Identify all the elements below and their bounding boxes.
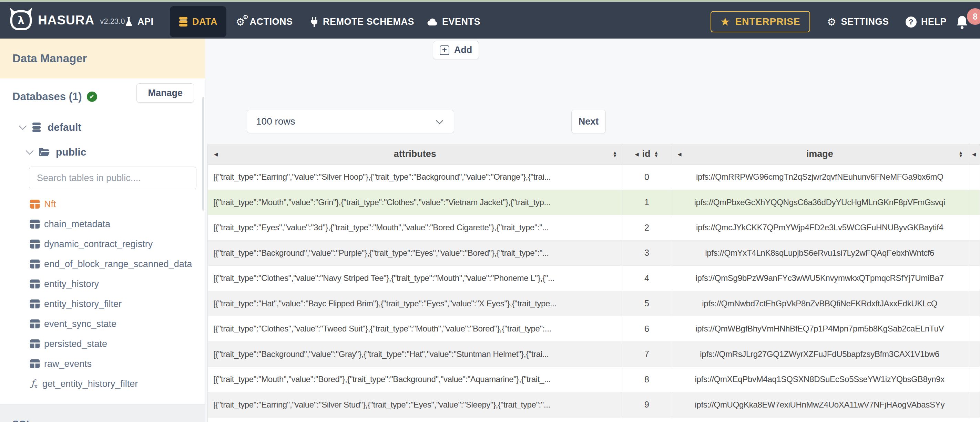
cell-image: ipfs://QmcJYkCKK7QPmYWjp4FD2e3Lv5WCGFuHN… (671, 215, 968, 240)
sidebar-table-item[interactable]: dynamic_contract_registry (0, 234, 205, 254)
table-body: [{"trait_type":"Earring","value":"Silver… (208, 165, 980, 417)
nav-item-settings[interactable]: ⚙ SETTINGS (827, 3, 889, 40)
chevron-down-icon (436, 117, 443, 124)
version-label: v2.23.0 (100, 15, 125, 26)
cell-attributes: [{"trait_type":"Mouth","value":"Bored"},… (208, 367, 622, 392)
hasura-logo[interactable]: λ HASURA v2.23.0 (10, 2, 125, 38)
cell-id: 2 (622, 215, 671, 240)
table-header-row: ◂ attributes ▲▼ ◂ id ▲▼ ◂ image ▲▼ (208, 144, 980, 165)
column-header-id: ◂ id ▲▼ (622, 144, 671, 164)
gears-icon: ⚙⚙ (236, 17, 245, 27)
cell-image: ipfs://QmPbxeGcXhYQQNgsC6a36dDyYUcHgMLnG… (671, 190, 968, 215)
sidebar-table-item[interactable]: persisted_state (0, 334, 205, 354)
sidebar-sql-section[interactable]: SQL (0, 405, 205, 422)
check-circle-icon: ✔ (87, 92, 97, 102)
sort-icon[interactable]: ▲▼ (612, 151, 617, 157)
nav-item-actions[interactable]: ⚙⚙ ACTIONS (236, 3, 293, 40)
databases-label: Databases (1) (13, 90, 82, 103)
table-row: [{"trait_type":"Eyes","value":"3d"},{"tr… (208, 215, 980, 241)
cell-id: 7 (622, 342, 671, 367)
sidebar-table-item[interactable]: Nft (0, 194, 205, 214)
top-navbar: λ HASURA v2.23.0 API DATA ⚙⚙ ACTIONS REM… (0, 2, 980, 38)
data-sidebar: Data Manager Databases (1) ✔ Manage defa… (0, 38, 205, 422)
cell-id: 5 (622, 291, 671, 316)
cell-partial (968, 215, 980, 240)
rows-per-page-select[interactable]: 100 rows (247, 110, 454, 133)
cell-partial (968, 342, 980, 367)
notifications-button[interactable]: 8 (955, 3, 969, 40)
cell-partial (968, 266, 980, 291)
table-icon (30, 340, 40, 348)
cell-partial (968, 241, 980, 266)
table-icon (30, 319, 40, 328)
search-tables-input[interactable] (29, 167, 196, 189)
cell-image: ipfs://QmSg9bPzW9anFYc3wWU5KnvymwkxQTpmq… (671, 266, 968, 291)
cell-partial (968, 367, 980, 392)
table-icon (30, 260, 40, 268)
cell-attributes: [{"trait_type":"Earring","value":"Silver… (208, 392, 622, 417)
cell-image: ipfs://QmUQgKka8EW7exiUHnMwZ4UoXA11wV7NF… (671, 392, 968, 417)
table-icon (30, 200, 40, 209)
tree-item-public-schema[interactable]: public (0, 140, 205, 165)
add-row-button[interactable]: + Add (433, 41, 479, 59)
sidebar-table-item[interactable]: raw_events (0, 354, 205, 374)
table-row: [{"trait_type":"Mouth","value":"Grin"},{… (208, 190, 980, 216)
cell-image: ipfs://QmXEqPbvM4aq1SQSXN8DSuEcSo5SseYW1… (671, 367, 968, 392)
nav-item-events[interactable]: EVENTS (426, 3, 480, 40)
cell-id: 3 (622, 241, 671, 266)
table-row: [{"trait_type":"Clothes","value":"Tweed … (208, 316, 980, 342)
table-row: [{"trait_type":"Clothes","value":"Navy S… (208, 266, 980, 291)
partial-next-row (208, 417, 980, 422)
sidebar-table-item[interactable]: end_of_block_range_scanned_data (0, 254, 205, 274)
cloud-icon (426, 18, 438, 26)
sidebar-table-item[interactable]: event_sync_state (0, 314, 205, 334)
cell-partial (968, 190, 980, 215)
star-icon: ★ (720, 16, 730, 27)
manage-button[interactable]: Manage (137, 83, 194, 103)
chevron-down-icon[interactable] (19, 122, 27, 130)
move-column-left-icon[interactable]: ◂ (678, 151, 681, 158)
nav-item-remote-schemas[interactable]: REMOTE SCHEMAS (310, 3, 414, 40)
function-icon: ƒx (31, 378, 38, 390)
table-icon (30, 279, 40, 289)
nav-item-help[interactable]: ? HELP (905, 3, 947, 40)
move-column-left-icon[interactable]: ◂ (972, 151, 976, 158)
tables-list: Nft chain_metadata dynamic_contract_regi… (0, 194, 205, 374)
sidebar-function-item[interactable]: ƒx get_entity_history_filter (0, 374, 205, 394)
nav-item-api[interactable]: API (125, 3, 154, 40)
cell-image: ipfs://QmRRPWG96cmgTn2qSzjwr2qvfNEuhunv6… (671, 165, 968, 190)
tree-item-default-database[interactable]: default (0, 115, 205, 140)
cell-id: 6 (622, 316, 671, 341)
cell-attributes: [{"trait_type":"Clothes","value":"Tweed … (208, 316, 622, 341)
move-column-left-icon[interactable]: ◂ (214, 151, 218, 158)
cell-partial (968, 392, 980, 417)
folder-open-icon (38, 148, 49, 157)
sidebar-table-item[interactable]: entity_history (0, 274, 205, 294)
table-icon (30, 359, 40, 368)
cell-attributes: [{"trait_type":"Background","value":"Gra… (208, 342, 622, 367)
sidebar-scrollbar[interactable] (202, 97, 204, 211)
database-cylinder-icon (32, 122, 41, 133)
cell-image: ipfs://QmRsJLrg27GQ1ZWyrXZFuJFdU5bapfzsy… (671, 342, 968, 367)
database-icon (179, 16, 188, 27)
sidebar-table-item[interactable]: entity_history_filter (0, 294, 205, 314)
enterprise-button[interactable]: ★ ENTERPRISE (711, 11, 810, 32)
cell-attributes: [{"trait_type":"Background","value":"Pur… (208, 241, 622, 266)
brand-name: HASURA (38, 13, 94, 27)
cell-id: 8 (622, 367, 671, 392)
next-page-button[interactable]: Next (571, 110, 606, 133)
column-header-partial: ◂ (968, 144, 980, 164)
table-icon (30, 300, 40, 308)
sort-icon[interactable]: ▲▼ (958, 151, 963, 157)
data-table: ◂ attributes ▲▼ ◂ id ▲▼ ◂ image ▲▼ (207, 144, 980, 422)
chevron-down-icon[interactable] (26, 147, 34, 155)
move-column-left-icon[interactable]: ◂ (635, 151, 638, 158)
sidebar-table-item[interactable]: chain_metadata (0, 214, 205, 234)
table-row: [{"trait_type":"Earring","value":"Silver… (208, 392, 980, 418)
cell-partial (968, 291, 980, 316)
nav-item-data[interactable]: DATA (170, 6, 226, 37)
cell-id: 1 (622, 190, 671, 215)
sort-icon[interactable]: ▲▼ (654, 151, 659, 157)
cell-attributes: [{"trait_type":"Mouth","value":"Grin"},{… (208, 190, 622, 215)
cell-image: ipfs://QmNwbd7ctEhGpVkP8nZvBBQfiNeFKRdxf… (671, 291, 968, 316)
